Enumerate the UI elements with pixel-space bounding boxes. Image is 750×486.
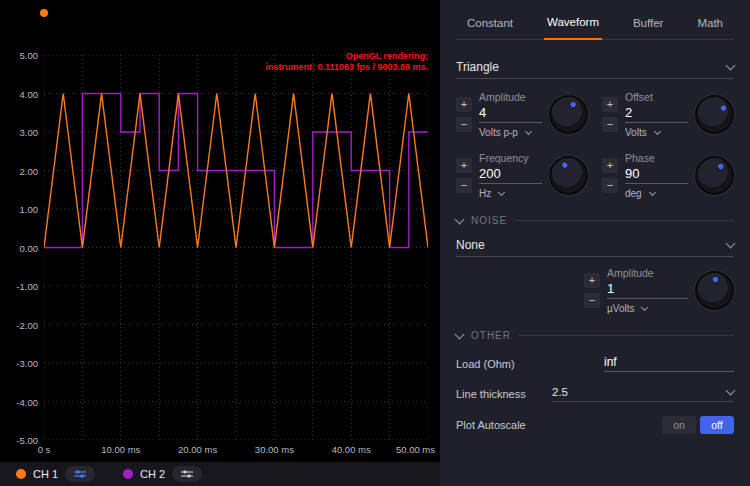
waveform-type-select[interactable]: Triangle [456, 56, 734, 79]
noise-amplitude-value-input[interactable]: 1 [607, 281, 688, 299]
chevron-down-icon [455, 329, 465, 339]
noise-amplitude-unit-value: µVolts [607, 303, 634, 314]
noise-section-label: NOISE [471, 215, 507, 226]
y-axis-tick: 2.00 [20, 165, 39, 176]
frequency-control: + − Frequency 200 Hz [456, 152, 588, 199]
phase-increment-button[interactable]: + [602, 158, 618, 173]
plot-autoscale-row: Plot Autoscale on off [456, 416, 734, 434]
y-axis-tick: 1.00 [20, 204, 39, 215]
offset-increment-button[interactable]: + [602, 97, 618, 112]
chevron-down-icon [455, 214, 465, 224]
phase-value-input[interactable]: 90 [625, 166, 688, 184]
amplitude-control: + − Amplitude 4 Volts p-p [456, 91, 588, 138]
sliders-icon [180, 469, 194, 479]
waveform-chart [44, 55, 428, 440]
y-axis-tick: -2.00 [16, 319, 38, 330]
amplitude-unit-value: Volts p-p [479, 127, 518, 138]
phase-stepper: + − [602, 158, 618, 193]
x-axis-tick: 20.00 ms [178, 444, 217, 455]
amplitude-label: Amplitude [479, 91, 542, 103]
noise-amplitude-control: + − Amplitude 1 µVolts [584, 267, 734, 314]
amplitude-value-input[interactable]: 4 [479, 105, 542, 123]
y-axis-tick: -3.00 [16, 358, 38, 369]
render-stats-line1: OpenGL rendering; [265, 51, 428, 62]
frequency-stepper: + − [456, 158, 472, 193]
chevron-down-icon [498, 188, 505, 195]
y-axis-tick: 3.00 [20, 127, 39, 138]
frequency-increment-button[interactable]: + [456, 158, 472, 173]
ch2-label[interactable]: CH 2 [140, 468, 165, 480]
load-input[interactable]: inf [604, 355, 734, 372]
generator-settings-panel: Constant Waveform Buffer Math Triangle +… [440, 0, 750, 486]
frequency-decrement-button[interactable]: − [456, 178, 472, 193]
ch1-offset-marker[interactable] [40, 9, 48, 17]
autoscale-off-button[interactable]: off [700, 416, 734, 434]
waveform-type-value: Triangle [456, 60, 499, 74]
frequency-value-input[interactable]: 200 [479, 166, 542, 184]
channel-2: CH 2 [123, 466, 202, 482]
ch2-settings-button[interactable] [172, 466, 202, 482]
phase-decrement-button[interactable]: − [602, 178, 618, 193]
amplitude-unit-select[interactable]: Volts p-p [479, 127, 542, 138]
offset-knob[interactable] [695, 95, 734, 134]
ch1-label[interactable]: CH 1 [33, 468, 58, 480]
offset-stepper: + − [602, 97, 618, 132]
frequency-knob[interactable] [549, 156, 588, 195]
tab-buffer[interactable]: Buffer [630, 17, 666, 39]
plot-autoscale-toggle: on off [662, 416, 734, 434]
noise-section-header[interactable]: NOISE [456, 215, 734, 226]
amplitude-knob[interactable] [549, 95, 588, 134]
ch2-color-dot [123, 469, 133, 479]
offset-value-input[interactable]: 2 [625, 105, 688, 123]
ch1-settings-button[interactable] [65, 466, 95, 482]
y-axis-tick: -4.00 [16, 396, 38, 407]
chevron-down-icon [641, 303, 648, 310]
y-axis-tick: 0.00 [20, 242, 39, 253]
autoscale-on-button[interactable]: on [662, 416, 696, 434]
channel-1: CH 1 [16, 466, 95, 482]
noise-amplitude-unit-select[interactable]: µVolts [607, 303, 688, 314]
offset-decrement-button[interactable]: − [602, 117, 618, 132]
other-section-header[interactable]: OTHER [456, 330, 734, 341]
chevron-down-icon [654, 127, 661, 134]
channel-bar: CH 1 CH 2 [0, 462, 440, 486]
noise-amplitude-increment-button[interactable]: + [584, 273, 600, 288]
phase-unit-select[interactable]: deg [625, 188, 688, 199]
frequency-unit-value: Hz [479, 188, 491, 199]
tab-math[interactable]: Math [694, 17, 726, 39]
frequency-unit-select[interactable]: Hz [479, 188, 542, 199]
section-divider [515, 220, 734, 221]
frequency-label: Frequency [479, 152, 542, 164]
load-row: Load (Ohm) inf [456, 355, 734, 372]
x-axis: 0 s10.00 ms20.00 ms30.00 ms40.00 ms50.00… [0, 444, 440, 458]
oscilloscope-plot-panel: 5.004.003.002.001.000.00-1.00-2.00-3.00-… [0, 0, 440, 462]
phase-knob[interactable] [695, 156, 734, 195]
waveform-controls: + − Amplitude 4 Volts p-p + [456, 91, 734, 199]
noise-amplitude-decrement-button[interactable]: − [584, 293, 600, 308]
noise-type-select[interactable]: None [456, 234, 734, 257]
sliders-icon [73, 469, 87, 479]
chevron-down-icon [726, 239, 736, 249]
phase-control: + − Phase 90 deg [602, 152, 734, 199]
noise-amplitude-label: Amplitude [607, 267, 688, 279]
chevron-down-icon [726, 386, 736, 396]
line-thickness-select[interactable]: 2.5 [552, 386, 734, 402]
noise-amplitude-knob[interactable] [695, 271, 734, 310]
tab-waveform[interactable]: Waveform [544, 16, 602, 40]
x-axis-tick: 50.00 ms [396, 444, 435, 455]
tab-constant[interactable]: Constant [464, 17, 516, 39]
offset-control: + − Offset 2 Volts [602, 91, 734, 138]
load-label: Load (Ohm) [456, 358, 515, 370]
amplitude-stepper: + − [456, 97, 472, 132]
amplitude-decrement-button[interactable]: − [456, 117, 472, 132]
y-axis-tick: 4.00 [20, 88, 39, 99]
line-thickness-value: 2.5 [552, 386, 568, 398]
knob-indicator-dot [570, 101, 577, 108]
render-stats-overlay: OpenGL rendering; instrument: 0.111063 f… [265, 51, 428, 73]
section-divider [519, 335, 734, 336]
amplitude-increment-button[interactable]: + [456, 97, 472, 112]
x-axis-tick: 0 s [38, 444, 51, 455]
phase-label: Phase [625, 152, 688, 164]
generator-tabs: Constant Waveform Buffer Math [456, 0, 734, 40]
offset-unit-select[interactable]: Volts [625, 127, 688, 138]
